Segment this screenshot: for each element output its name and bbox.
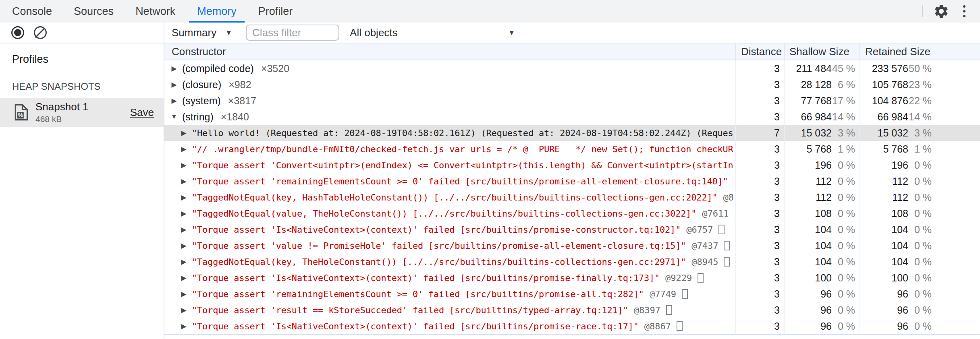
tab-profiler[interactable]: Profiler: [250, 0, 301, 23]
constructor-cell: ▶"Torque assert 'Convert<uintptr>(endInd…: [164, 157, 735, 173]
class-filter-input[interactable]: [246, 25, 339, 41]
sidebar-item-snapshot-1[interactable]: % Snapshot 1 468 kB Save: [0, 98, 164, 127]
expand-arrow-icon[interactable]: ▶: [180, 177, 188, 186]
table-row-string-instance[interactable]: ▶"TaggedNotEqual(key, TheHoleConstant())…: [164, 254, 980, 270]
tab-sources[interactable]: Sources: [66, 0, 122, 23]
grid-header: Constructor Distance Shallow Size Retain…: [164, 43, 980, 60]
constructor-cell: ▶"TaggedNotEqual(key, TheHoleConstant())…: [164, 254, 735, 270]
shallow-size-cell: 1080 %: [784, 205, 860, 221]
sidebar-title: Profiles: [0, 43, 164, 66]
size-percent: 0 %: [832, 176, 855, 187]
table-row-string-instance[interactable]: ▶"TaggedNotEqual(value, TheHoleConstant(…: [164, 205, 980, 221]
string-value: "Torque assert 'Is<NativeContext>(contex…: [192, 225, 681, 235]
record-icon[interactable]: [11, 26, 24, 39]
perspective-select-value: Summary: [172, 27, 216, 39]
object-id: @8945: [691, 257, 718, 267]
constructor-cell: ▶"Torque assert 'result == kStoreSuccede…: [164, 302, 735, 318]
expand-arrow-icon[interactable]: ▶: [180, 322, 188, 331]
table-row-constructor-group[interactable]: ▶(system)×3817377 76817 %104 87622 %: [164, 93, 980, 109]
table-row-string-instance[interactable]: ▶"Torque assert 'remainingElementsCount …: [164, 286, 980, 302]
devtools-tabbar: Console Sources Network Memory Profiler: [0, 0, 980, 23]
table-row-string-instance[interactable]: ▶"Torque assert 'Is<NativeContext>(conte…: [164, 221, 980, 238]
expand-arrow-icon[interactable]: ▶: [180, 290, 188, 298]
size-value: 77 768: [785, 95, 832, 107]
table-row-string-instance[interactable]: ▶"Torque assert 'value != PromiseHole' f…: [164, 238, 980, 254]
expand-arrow-icon[interactable]: ▶: [180, 161, 188, 170]
constructor-cell: ▶"Torque assert 'Is<NativeContext>(conte…: [164, 221, 735, 238]
string-value: "Torque assert 'remainingElementsCount >…: [192, 176, 728, 186]
table-row-constructor-group[interactable]: ▶(compiled code)×35203211 48445 %233 576…: [164, 60, 980, 76]
table-row-string-instance[interactable]: ▶"// .wrangler/tmp/bundle-FmNIt0/checked…: [164, 141, 980, 157]
expand-arrow-icon[interactable]: ▶: [180, 274, 188, 282]
retained-size-cell: 104 87622 %: [860, 93, 980, 109]
distance-cell: 3: [735, 302, 784, 318]
unknown-glyph-box-icon: [724, 241, 730, 250]
snapshot-info: Snapshot 1 468 kB: [35, 101, 89, 124]
size-percent: 0 %: [908, 240, 932, 252]
expand-arrow-icon[interactable]: ▶: [170, 97, 178, 105]
constructor-cell: ▶"Torque assert 'Is<NativeContext>(conte…: [164, 318, 735, 334]
string-value: "Torque assert 'result == kStoreSucceded…: [192, 305, 628, 315]
unknown-glyph-box-icon: [718, 225, 725, 234]
perspective-select[interactable]: Summary: [172, 27, 232, 39]
retained-size-cell: 1120 %: [860, 189, 980, 205]
table-row-string-instance[interactable]: ▶"Hello world! (Requested at: 2024-08-19…: [164, 125, 980, 141]
distance-cell: 3: [735, 318, 784, 334]
column-header-distance[interactable]: Distance: [735, 43, 784, 60]
table-row-string-instance[interactable]: ▶"Torque assert 'remainingElementsCount …: [164, 173, 980, 189]
constructor-cell: ▶"TaggedNotEqual(value, TheHoleConstant(…: [164, 205, 735, 221]
heap-snapshot-file-icon: %: [15, 104, 28, 121]
object-id: @7611: [702, 209, 729, 219]
table-row-constructor-group[interactable]: ▶(closure)×982328 1286 %105 76823 %: [164, 76, 980, 93]
size-percent: 0 %: [832, 240, 855, 252]
expand-arrow-icon[interactable]: ▶: [180, 129, 188, 137]
expand-arrow-icon[interactable]: ▶: [180, 225, 188, 234]
tab-console[interactable]: Console: [4, 0, 60, 23]
size-value: 96: [785, 288, 832, 300]
expand-arrow-icon[interactable]: ▶: [180, 209, 188, 218]
table-row-string-instance[interactable]: ▶"Torque assert 'Is<NativeContext>(conte…: [164, 270, 980, 286]
gear-icon[interactable]: [933, 3, 949, 19]
table-row-constructor-group[interactable]: ▼(string)×1840366 98414 %66 98414 %: [164, 109, 980, 125]
save-snapshot-link[interactable]: Save: [130, 106, 154, 119]
distance-cell: 3: [735, 254, 784, 270]
shallow-size-cell: 1040 %: [784, 238, 860, 254]
svg-text:%: %: [18, 112, 23, 118]
clear-all-profiles-icon[interactable]: [34, 26, 47, 39]
unknown-glyph-box-icon: [666, 305, 672, 315]
tab-network[interactable]: Network: [127, 0, 183, 23]
toolbar-divider: [922, 5, 923, 17]
collapse-arrow-icon[interactable]: ▼: [170, 113, 178, 121]
expand-arrow-icon[interactable]: ▶: [180, 242, 188, 250]
object-id: @8: [723, 192, 734, 203]
size-value: 196: [860, 159, 908, 171]
tab-memory[interactable]: Memory: [189, 0, 245, 23]
size-value: 15 032: [860, 127, 908, 139]
column-header-constructor[interactable]: Constructor: [164, 43, 735, 60]
column-header-retained-size[interactable]: Retained Size: [860, 43, 980, 60]
table-row-string-instance[interactable]: ▶"Torque assert 'Is<NativeContext>(conte…: [164, 318, 980, 334]
distance-cell: 3: [735, 238, 784, 254]
table-row-string-instance[interactable]: ▶"Torque assert 'Convert<uintptr>(endInd…: [164, 157, 980, 173]
expand-arrow-icon[interactable]: ▶: [180, 258, 188, 266]
object-scope-select[interactable]: All objects: [350, 27, 515, 39]
size-percent: 0 %: [908, 272, 932, 284]
size-value: 112: [785, 176, 832, 187]
shallow-size-cell: 77 76817 %: [784, 93, 860, 109]
size-percent: 0 %: [832, 208, 855, 219]
size-value: 96: [860, 304, 908, 316]
expand-arrow-icon[interactable]: ▶: [170, 64, 178, 73]
expand-arrow-icon[interactable]: ▶: [180, 193, 188, 202]
expand-arrow-icon[interactable]: ▶: [180, 145, 188, 153]
column-header-shallow-size[interactable]: Shallow Size: [784, 43, 860, 60]
expand-arrow-icon[interactable]: ▶: [170, 81, 178, 89]
object-id: @6757: [686, 225, 713, 235]
size-value: 96: [785, 304, 832, 316]
more-menu-icon[interactable]: [963, 10, 965, 12]
expand-arrow-icon[interactable]: ▶: [180, 306, 188, 314]
size-value: 233 576: [860, 63, 908, 74]
table-row-string-instance[interactable]: ▶"Torque assert 'result == kStoreSuccede…: [164, 302, 980, 318]
table-row-string-instance[interactable]: ▶"TaggedNotEqual(key, HashTableHoleConst…: [164, 189, 980, 205]
size-value: 28 128: [785, 79, 832, 91]
unknown-glyph-box-icon: [682, 289, 688, 299]
